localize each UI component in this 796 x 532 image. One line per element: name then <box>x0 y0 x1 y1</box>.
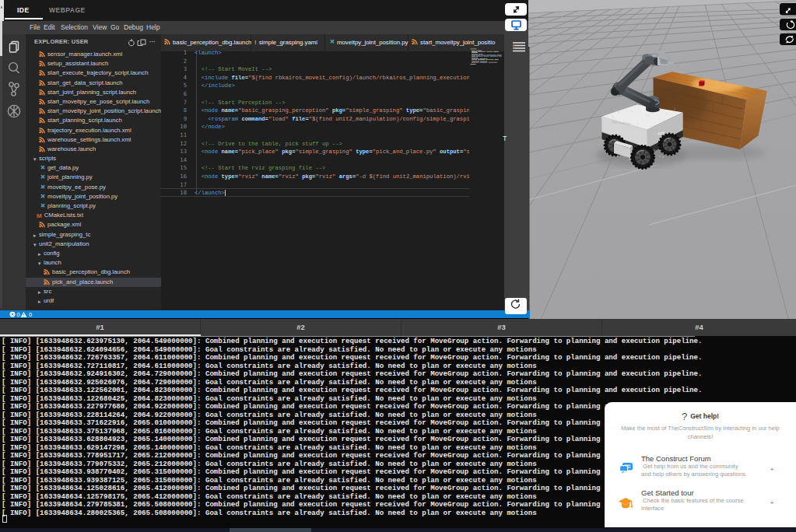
svg-text:···: ··· <box>149 38 156 45</box>
svg-text:0: 0 <box>17 311 20 318</box>
svg-text:...: ... <box>617 152 619 155</box>
svg-text:0: 0 <box>29 311 32 318</box>
